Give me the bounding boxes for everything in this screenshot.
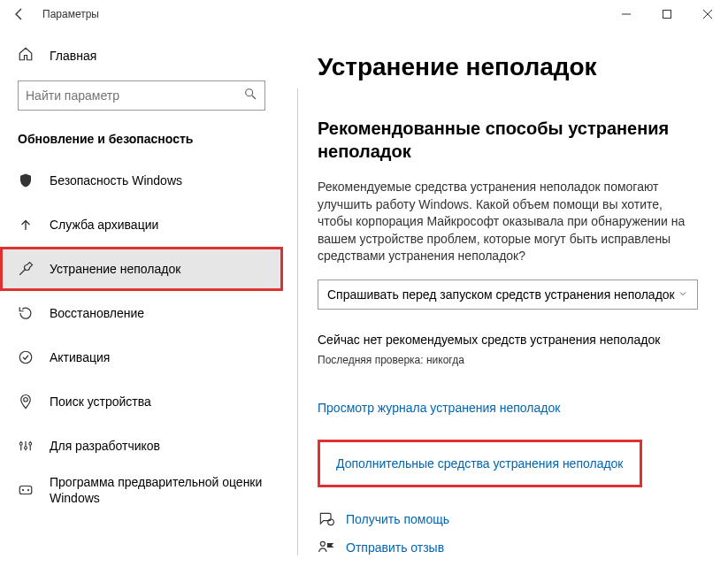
home-icon — [18, 46, 34, 65]
main-content: Устранение неполадок Рекомендованные спо… — [283, 28, 728, 582]
window-title: Параметры — [42, 8, 99, 20]
sidebar-item-security[interactable]: Безопасность Windows — [0, 158, 283, 203]
section-description: Рекомендуемые средства устранения непола… — [318, 179, 694, 265]
svg-rect-1 — [663, 11, 671, 19]
sidebar-item-label: Устранение неполадок — [50, 261, 180, 277]
sidebar-item-label: Восстановление — [50, 305, 144, 321]
svg-point-6 — [19, 351, 32, 364]
dropdown-value: Спрашивать перед запуском средств устран… — [327, 287, 675, 302]
content-divider — [297, 88, 298, 555]
feedback-link[interactable]: Отправить отзыв — [318, 539, 694, 556]
sidebar-nav: Безопасность Windows Служба архивации Ус… — [0, 158, 283, 512]
search-icon — [243, 87, 257, 104]
svg-point-18 — [320, 541, 325, 546]
sidebar-item-find-device[interactable]: Поиск устройства — [0, 379, 283, 424]
titlebar-left: Параметры — [0, 7, 99, 21]
home-label: Главная — [50, 49, 96, 63]
svg-point-7 — [24, 398, 28, 402]
close-button[interactable] — [687, 0, 728, 28]
svg-point-13 — [29, 442, 32, 445]
feedback-label: Отправить отзыв — [346, 540, 444, 555]
maximize-button[interactable] — [647, 0, 687, 28]
sidebar-item-troubleshoot[interactable]: Устранение неполадок — [0, 247, 283, 291]
sidebar-item-home[interactable]: Главная — [0, 46, 283, 80]
troubleshoot-mode-dropdown[interactable]: Спрашивать перед запуском средств устран… — [318, 280, 698, 310]
shield-icon — [18, 172, 34, 188]
sidebar-item-label: Программа предварительной оценки Windows — [50, 474, 265, 506]
recovery-icon — [18, 305, 34, 321]
titlebar: Параметры — [0, 0, 728, 28]
svg-rect-14 — [19, 486, 32, 494]
get-help-label: Получить помощь — [346, 512, 449, 526]
chevron-down-icon — [678, 287, 688, 302]
backup-arrow-icon — [18, 217, 34, 233]
feedback-icon — [318, 539, 335, 556]
footer-links: Получить помощь Отправить отзыв — [318, 510, 694, 556]
get-help-link[interactable]: Получить помощь — [318, 510, 694, 528]
sidebar-item-label: Для разработчиков — [50, 438, 160, 454]
sidebar: Главная Обновление и безопасность Безопа… — [0, 28, 283, 582]
troubleshoot-status: Сейчас нет рекомендуемых средств устране… — [318, 333, 694, 347]
back-button[interactable] — [12, 7, 27, 21]
sidebar-item-label: Служба архивации — [50, 217, 158, 233]
svg-point-11 — [25, 447, 27, 449]
sidebar-item-activation[interactable]: Активация — [0, 335, 283, 379]
search-input[interactable] — [26, 88, 243, 103]
app-body: Главная Обновление и безопасность Безопа… — [0, 28, 728, 582]
svg-point-15 — [22, 489, 24, 491]
sidebar-item-backup[interactable]: Служба архивации — [0, 203, 283, 247]
sidebar-item-label: Активация — [50, 349, 110, 365]
svg-point-9 — [19, 442, 22, 445]
last-check-text: Последняя проверка: никогда — [318, 354, 694, 366]
sidebar-item-insider[interactable]: Программа предварительной оценки Windows — [0, 468, 283, 512]
find-device-icon — [18, 394, 34, 410]
sidebar-section-header: Обновление и безопасность — [0, 126, 283, 158]
window-controls — [606, 0, 728, 28]
page-title: Устранение неполадок — [318, 53, 694, 81]
view-history-link[interactable]: Просмотр журнала устранения неполадок — [318, 401, 560, 415]
sidebar-item-recovery[interactable]: Восстановление — [0, 291, 283, 335]
sidebar-item-label: Безопасность Windows — [50, 172, 182, 188]
wrench-icon — [18, 261, 34, 277]
svg-point-4 — [246, 89, 253, 96]
sidebar-item-label: Поиск устройства — [50, 394, 151, 410]
additional-troubleshooters-link[interactable]: Дополнительные средства устранения непол… — [318, 440, 642, 487]
minimize-button[interactable] — [606, 0, 647, 28]
help-chat-icon — [318, 510, 335, 528]
section-subheader: Рекомендованные способы устранения непол… — [318, 117, 694, 163]
svg-point-16 — [27, 489, 29, 491]
developers-icon — [18, 438, 34, 454]
sidebar-item-developers[interactable]: Для разработчиков — [0, 424, 283, 468]
insider-icon — [18, 482, 34, 498]
sidebar-search[interactable] — [18, 80, 265, 111]
svg-line-5 — [252, 96, 256, 99]
activation-check-icon — [18, 349, 34, 365]
